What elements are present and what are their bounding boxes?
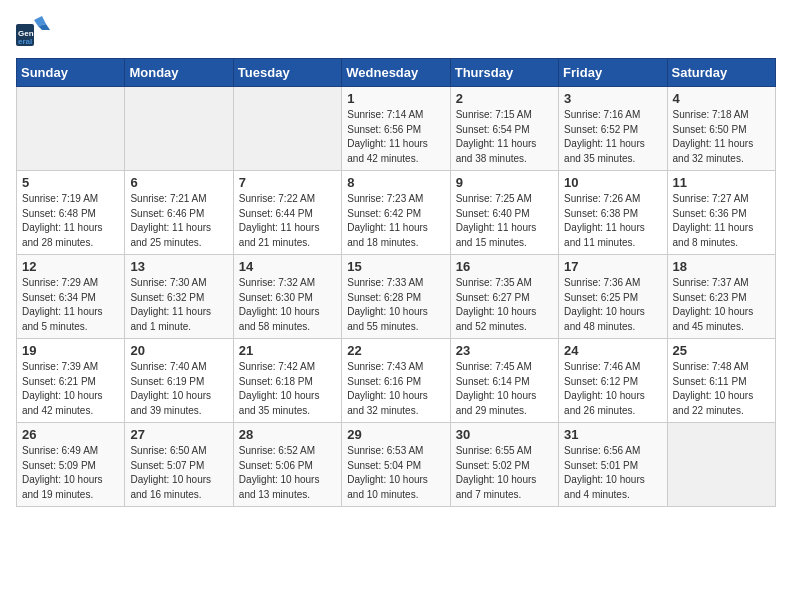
day-number: 10 xyxy=(564,175,661,190)
day-info: Sunrise: 7:16 AM Sunset: 6:52 PM Dayligh… xyxy=(564,108,661,166)
day-number: 19 xyxy=(22,343,119,358)
calendar-week-row: 12Sunrise: 7:29 AM Sunset: 6:34 PM Dayli… xyxy=(17,255,776,339)
calendar-cell: 31Sunrise: 6:56 AM Sunset: 5:01 PM Dayli… xyxy=(559,423,667,507)
day-info: Sunrise: 7:21 AM Sunset: 6:46 PM Dayligh… xyxy=(130,192,227,250)
calendar-cell: 23Sunrise: 7:45 AM Sunset: 6:14 PM Dayli… xyxy=(450,339,558,423)
day-info: Sunrise: 6:53 AM Sunset: 5:04 PM Dayligh… xyxy=(347,444,444,502)
calendar-day-header: Thursday xyxy=(450,59,558,87)
day-number: 23 xyxy=(456,343,553,358)
calendar-cell: 3Sunrise: 7:16 AM Sunset: 6:52 PM Daylig… xyxy=(559,87,667,171)
calendar-header-row: SundayMondayTuesdayWednesdayThursdayFrid… xyxy=(17,59,776,87)
calendar-cell: 25Sunrise: 7:48 AM Sunset: 6:11 PM Dayli… xyxy=(667,339,775,423)
calendar-day-header: Saturday xyxy=(667,59,775,87)
calendar-cell: 6Sunrise: 7:21 AM Sunset: 6:46 PM Daylig… xyxy=(125,171,233,255)
calendar-cell xyxy=(233,87,341,171)
calendar-cell: 5Sunrise: 7:19 AM Sunset: 6:48 PM Daylig… xyxy=(17,171,125,255)
day-number: 25 xyxy=(673,343,770,358)
day-number: 6 xyxy=(130,175,227,190)
day-number: 30 xyxy=(456,427,553,442)
calendar-week-row: 26Sunrise: 6:49 AM Sunset: 5:09 PM Dayli… xyxy=(17,423,776,507)
calendar-cell xyxy=(125,87,233,171)
day-number: 26 xyxy=(22,427,119,442)
page-header: Gen eral xyxy=(16,16,776,46)
calendar-cell xyxy=(17,87,125,171)
day-number: 13 xyxy=(130,259,227,274)
day-info: Sunrise: 6:49 AM Sunset: 5:09 PM Dayligh… xyxy=(22,444,119,502)
calendar-cell: 8Sunrise: 7:23 AM Sunset: 6:42 PM Daylig… xyxy=(342,171,450,255)
day-number: 11 xyxy=(673,175,770,190)
calendar-cell: 17Sunrise: 7:36 AM Sunset: 6:25 PM Dayli… xyxy=(559,255,667,339)
calendar-cell: 1Sunrise: 7:14 AM Sunset: 6:56 PM Daylig… xyxy=(342,87,450,171)
day-number: 18 xyxy=(673,259,770,274)
calendar-day-header: Monday xyxy=(125,59,233,87)
day-info: Sunrise: 7:23 AM Sunset: 6:42 PM Dayligh… xyxy=(347,192,444,250)
day-info: Sunrise: 7:29 AM Sunset: 6:34 PM Dayligh… xyxy=(22,276,119,334)
day-info: Sunrise: 7:37 AM Sunset: 6:23 PM Dayligh… xyxy=(673,276,770,334)
calendar-day-header: Tuesday xyxy=(233,59,341,87)
calendar-day-header: Friday xyxy=(559,59,667,87)
day-number: 4 xyxy=(673,91,770,106)
day-info: Sunrise: 7:22 AM Sunset: 6:44 PM Dayligh… xyxy=(239,192,336,250)
calendar-cell: 22Sunrise: 7:43 AM Sunset: 6:16 PM Dayli… xyxy=(342,339,450,423)
day-info: Sunrise: 6:56 AM Sunset: 5:01 PM Dayligh… xyxy=(564,444,661,502)
day-info: Sunrise: 7:25 AM Sunset: 6:40 PM Dayligh… xyxy=(456,192,553,250)
day-info: Sunrise: 7:48 AM Sunset: 6:11 PM Dayligh… xyxy=(673,360,770,418)
day-info: Sunrise: 7:18 AM Sunset: 6:50 PM Dayligh… xyxy=(673,108,770,166)
logo: Gen eral xyxy=(16,16,54,46)
day-info: Sunrise: 7:43 AM Sunset: 6:16 PM Dayligh… xyxy=(347,360,444,418)
calendar-cell: 28Sunrise: 6:52 AM Sunset: 5:06 PM Dayli… xyxy=(233,423,341,507)
calendar-cell: 7Sunrise: 7:22 AM Sunset: 6:44 PM Daylig… xyxy=(233,171,341,255)
day-number: 7 xyxy=(239,175,336,190)
day-number: 27 xyxy=(130,427,227,442)
day-number: 12 xyxy=(22,259,119,274)
calendar-cell: 20Sunrise: 7:40 AM Sunset: 6:19 PM Dayli… xyxy=(125,339,233,423)
calendar-cell: 16Sunrise: 7:35 AM Sunset: 6:27 PM Dayli… xyxy=(450,255,558,339)
calendar-cell xyxy=(667,423,775,507)
day-number: 5 xyxy=(22,175,119,190)
day-info: Sunrise: 6:52 AM Sunset: 5:06 PM Dayligh… xyxy=(239,444,336,502)
calendar-cell: 13Sunrise: 7:30 AM Sunset: 6:32 PM Dayli… xyxy=(125,255,233,339)
day-info: Sunrise: 7:14 AM Sunset: 6:56 PM Dayligh… xyxy=(347,108,444,166)
day-info: Sunrise: 7:15 AM Sunset: 6:54 PM Dayligh… xyxy=(456,108,553,166)
calendar-cell: 30Sunrise: 6:55 AM Sunset: 5:02 PM Dayli… xyxy=(450,423,558,507)
day-info: Sunrise: 7:26 AM Sunset: 6:38 PM Dayligh… xyxy=(564,192,661,250)
calendar-week-row: 1Sunrise: 7:14 AM Sunset: 6:56 PM Daylig… xyxy=(17,87,776,171)
day-info: Sunrise: 6:55 AM Sunset: 5:02 PM Dayligh… xyxy=(456,444,553,502)
day-info: Sunrise: 7:27 AM Sunset: 6:36 PM Dayligh… xyxy=(673,192,770,250)
calendar-week-row: 19Sunrise: 7:39 AM Sunset: 6:21 PM Dayli… xyxy=(17,339,776,423)
calendar-cell: 12Sunrise: 7:29 AM Sunset: 6:34 PM Dayli… xyxy=(17,255,125,339)
calendar-day-header: Wednesday xyxy=(342,59,450,87)
day-info: Sunrise: 7:30 AM Sunset: 6:32 PM Dayligh… xyxy=(130,276,227,334)
logo-icon: Gen eral xyxy=(16,16,50,46)
calendar-cell: 21Sunrise: 7:42 AM Sunset: 6:18 PM Dayli… xyxy=(233,339,341,423)
calendar-week-row: 5Sunrise: 7:19 AM Sunset: 6:48 PM Daylig… xyxy=(17,171,776,255)
day-info: Sunrise: 7:42 AM Sunset: 6:18 PM Dayligh… xyxy=(239,360,336,418)
day-number: 17 xyxy=(564,259,661,274)
day-info: Sunrise: 7:36 AM Sunset: 6:25 PM Dayligh… xyxy=(564,276,661,334)
day-number: 15 xyxy=(347,259,444,274)
calendar-cell: 10Sunrise: 7:26 AM Sunset: 6:38 PM Dayli… xyxy=(559,171,667,255)
calendar-cell: 9Sunrise: 7:25 AM Sunset: 6:40 PM Daylig… xyxy=(450,171,558,255)
day-number: 28 xyxy=(239,427,336,442)
day-number: 24 xyxy=(564,343,661,358)
calendar-cell: 24Sunrise: 7:46 AM Sunset: 6:12 PM Dayli… xyxy=(559,339,667,423)
day-number: 8 xyxy=(347,175,444,190)
day-number: 16 xyxy=(456,259,553,274)
day-info: Sunrise: 7:35 AM Sunset: 6:27 PM Dayligh… xyxy=(456,276,553,334)
day-number: 20 xyxy=(130,343,227,358)
calendar-cell: 27Sunrise: 6:50 AM Sunset: 5:07 PM Dayli… xyxy=(125,423,233,507)
calendar-day-header: Sunday xyxy=(17,59,125,87)
calendar-cell: 14Sunrise: 7:32 AM Sunset: 6:30 PM Dayli… xyxy=(233,255,341,339)
day-info: Sunrise: 7:39 AM Sunset: 6:21 PM Dayligh… xyxy=(22,360,119,418)
calendar-cell: 11Sunrise: 7:27 AM Sunset: 6:36 PM Dayli… xyxy=(667,171,775,255)
day-info: Sunrise: 6:50 AM Sunset: 5:07 PM Dayligh… xyxy=(130,444,227,502)
day-info: Sunrise: 7:46 AM Sunset: 6:12 PM Dayligh… xyxy=(564,360,661,418)
svg-text:eral: eral xyxy=(18,37,32,46)
day-number: 21 xyxy=(239,343,336,358)
calendar-cell: 26Sunrise: 6:49 AM Sunset: 5:09 PM Dayli… xyxy=(17,423,125,507)
day-number: 2 xyxy=(456,91,553,106)
calendar-cell: 4Sunrise: 7:18 AM Sunset: 6:50 PM Daylig… xyxy=(667,87,775,171)
day-number: 31 xyxy=(564,427,661,442)
day-info: Sunrise: 7:32 AM Sunset: 6:30 PM Dayligh… xyxy=(239,276,336,334)
calendar-cell: 19Sunrise: 7:39 AM Sunset: 6:21 PM Dayli… xyxy=(17,339,125,423)
